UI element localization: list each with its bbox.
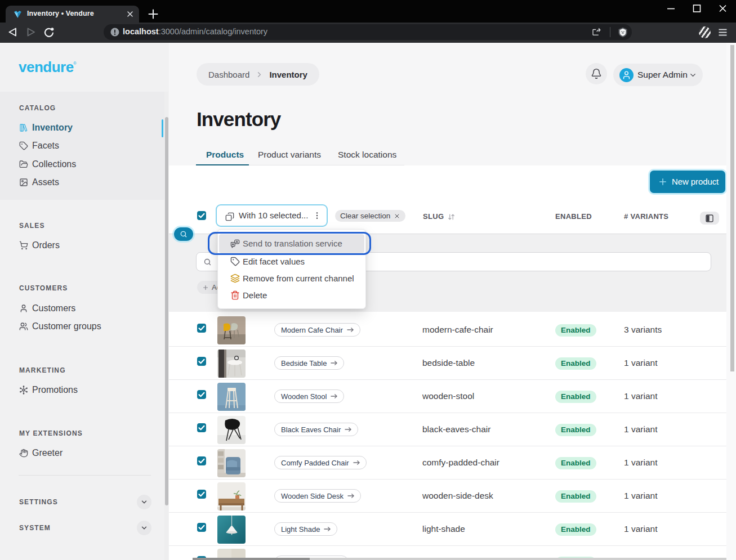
svg-text:®: ®	[73, 61, 77, 66]
svg-text:vendure: vendure	[19, 59, 74, 75]
